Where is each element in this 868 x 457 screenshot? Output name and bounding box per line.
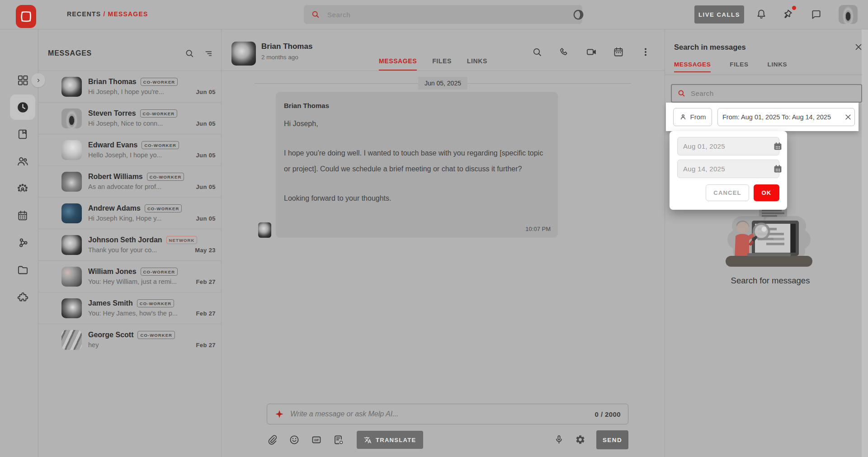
- message-preview: Hi Joseph King, Hope y...: [88, 215, 196, 222]
- conversation-row[interactable]: Johnson Seth Jordan NETWORK Thank you fo…: [39, 229, 221, 260]
- contact-name: William Jones: [88, 268, 137, 276]
- app-logo[interactable]: [16, 5, 36, 28]
- conversation-row[interactable]: Edward Evans CO-WORKER Hello Joseph, I h…: [39, 134, 221, 165]
- schedule-meeting-icon[interactable]: [613, 47, 624, 57]
- contact-name: Edward Evans: [88, 141, 137, 149]
- start-date-field[interactable]: [677, 137, 779, 155]
- composer-toolbar: GIF TRANSLATE: [267, 430, 628, 449]
- ok-button[interactable]: OK: [754, 184, 779, 201]
- conversation-date: Feb 27: [196, 278, 216, 285]
- chat-bubble-icon[interactable]: [810, 9, 822, 20]
- nav-connections-icon[interactable]: [10, 230, 35, 255]
- tab-files[interactable]: FILES: [432, 57, 452, 71]
- character-counter: 0 / 2000: [595, 410, 621, 418]
- conversation-row[interactable]: Robert Williams CO-WORKER As an advocate…: [39, 165, 221, 197]
- nav-notes-icon[interactable]: [10, 122, 35, 147]
- tab-links[interactable]: LINKS: [467, 57, 487, 71]
- list-search-icon[interactable]: [184, 48, 194, 58]
- conversation-list-header: MESSAGES: [39, 29, 221, 71]
- live-calls-button[interactable]: LIVE CALLS: [694, 5, 744, 24]
- nav-contacts-icon[interactable]: [10, 149, 35, 174]
- conversation-row[interactable]: Brian Thomas CO-WORKER Hi Joseph, I hope…: [39, 71, 221, 102]
- nav-recents-icon[interactable]: [10, 94, 35, 120]
- contact-avatar: [61, 235, 82, 255]
- contact-avatar: [61, 77, 82, 97]
- relationship-badge: CO-WORKER: [141, 78, 178, 86]
- theme-toggle-icon[interactable]: [572, 9, 585, 21]
- emoji-icon[interactable]: [289, 434, 300, 445]
- empty-state-caption: Search for messages: [673, 276, 868, 286]
- attach-file-icon[interactable]: [267, 434, 278, 445]
- message-preview: You: Hey William, just a remi...: [88, 278, 196, 285]
- send-button[interactable]: SEND: [596, 430, 628, 449]
- message-preview: Hi Joseph, I hope you're...: [88, 88, 196, 95]
- relationship-badge: CO-WORKER: [141, 268, 178, 276]
- nav-files-icon[interactable]: [10, 257, 35, 283]
- gif-icon[interactable]: GIF: [311, 434, 322, 445]
- message-bubble[interactable]: Brian Thomas Hi Joseph, I hope you're do…: [276, 92, 558, 238]
- message-preview: Hello Joseph, I hope yo...: [88, 151, 196, 159]
- voice-message-icon[interactable]: [554, 434, 565, 445]
- search-tab-messages[interactable]: MESSAGES: [674, 61, 711, 72]
- voice-call-icon[interactable]: [559, 47, 570, 57]
- date-range-filter-chip[interactable]: From: Aug 01, 2025 To: Aug 14, 2025: [717, 108, 855, 126]
- calendar-icon[interactable]: [773, 164, 783, 174]
- cancel-button[interactable]: CANCEL: [706, 184, 749, 201]
- breadcrumb: RECENTS / MESSAGES: [67, 10, 148, 18]
- conversation-row[interactable]: George Scott CO-WORKER hey Feb 27: [39, 324, 221, 355]
- date-range-picker-popup: CANCEL OK: [670, 131, 787, 210]
- conversation-row[interactable]: James Smith CO-WORKER You: Hey James, ho…: [39, 292, 221, 324]
- close-panel-icon[interactable]: [854, 43, 863, 51]
- search-tab-files[interactable]: FILES: [730, 61, 748, 72]
- breadcrumb-current: MESSAGES: [108, 10, 148, 18]
- panel-search-input[interactable]: [691, 90, 856, 97]
- breadcrumb-section[interactable]: RECENTS: [67, 10, 101, 18]
- start-date-input[interactable]: [683, 142, 773, 150]
- date-chip: Jun 05, 2025: [418, 77, 467, 90]
- contact-name: James Smith: [88, 299, 133, 307]
- contact-name: Steven Torres: [88, 109, 136, 118]
- message-greeting: Hi Joseph,: [284, 116, 546, 132]
- end-date-field[interactable]: [677, 160, 779, 178]
- clear-date-range-icon[interactable]: [844, 113, 852, 121]
- from-filter-button[interactable]: From: [673, 108, 712, 126]
- more-options-icon[interactable]: [640, 47, 651, 57]
- contact-avatar: [61, 140, 82, 160]
- composer-settings-icon[interactable]: [575, 434, 586, 445]
- expand-sidebar-button[interactable]: [31, 73, 45, 87]
- contact-name: George Scott: [88, 331, 133, 339]
- global-search-input[interactable]: [327, 11, 575, 19]
- conversation-row[interactable]: Steven Torres CO-WORKER Hi Joseph, Nice …: [39, 102, 221, 134]
- chat-contact-avatar[interactable]: [231, 42, 256, 66]
- translate-icon: [364, 436, 372, 444]
- message-body: I hope you're doing well. I wanted to to…: [284, 145, 546, 177]
- notifications-bell-icon[interactable]: [755, 9, 767, 20]
- panel-scrollbar-track[interactable]: [862, 29, 868, 457]
- tab-messages[interactable]: MESSAGES: [379, 57, 417, 71]
- composer-input-box[interactable]: 0 / 2000: [267, 404, 628, 424]
- end-date-input[interactable]: [683, 165, 773, 173]
- melp-ai-sparkle-icon: [274, 409, 284, 419]
- video-call-icon[interactable]: [586, 47, 597, 57]
- left-nav-rail: [0, 29, 38, 457]
- panel-search-box[interactable]: [671, 84, 862, 103]
- nav-teams-icon[interactable]: [10, 176, 35, 201]
- conversation-row[interactable]: William Jones CO-WORKER You: Hey William…: [39, 260, 221, 292]
- composer-input[interactable]: [290, 410, 589, 418]
- list-filter-icon[interactable]: [203, 48, 213, 58]
- relationship-badge: CO-WORKER: [142, 141, 179, 149]
- nav-apps-icon[interactable]: [10, 284, 35, 310]
- message-timestamp: 10:07 PM: [525, 226, 551, 232]
- conversation-date: Feb 27: [196, 342, 216, 349]
- user-avatar[interactable]: [839, 5, 858, 24]
- conversation-row[interactable]: Andrew Adams CO-WORKER Hi Joseph King, H…: [39, 197, 221, 229]
- translate-button[interactable]: TRANSLATE: [357, 431, 423, 449]
- chat-search-icon[interactable]: [532, 47, 542, 57]
- conversation-list-panel: MESSAGES Brian Thomas CO-WORKER Hi Josep…: [39, 29, 222, 457]
- global-search[interactable]: [304, 5, 582, 24]
- nav-calendar-icon[interactable]: [10, 203, 35, 228]
- calendar-icon[interactable]: [773, 141, 783, 151]
- search-tab-links[interactable]: LINKS: [768, 61, 788, 72]
- message-template-icon[interactable]: [333, 434, 344, 445]
- pinned-items-icon[interactable]: [782, 9, 793, 20]
